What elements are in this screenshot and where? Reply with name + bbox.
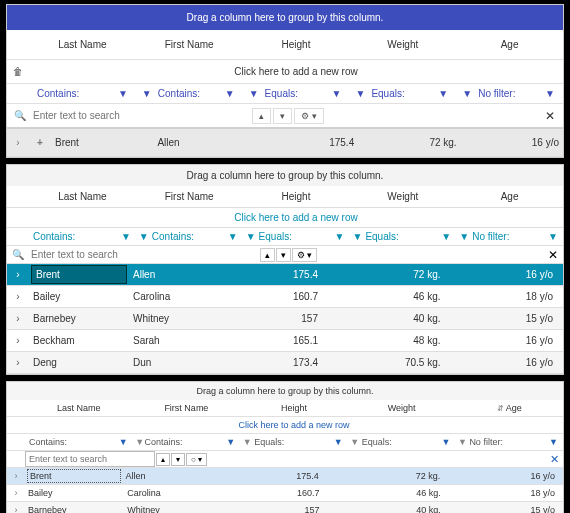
group-panel[interactable]: Drag a column here to group by this colu… (7, 165, 563, 186)
filter-cell-height[interactable]: ▼Equals:▼ (240, 435, 348, 449)
filter-prefix-icon[interactable]: ▼ (353, 88, 367, 99)
table-row[interactable]: ›BarnebeyWhitney15740 kg.15 y/o (7, 502, 563, 513)
filter-cell-last-name[interactable]: Contains:▼ (29, 228, 136, 245)
filter-prefix-icon[interactable]: ▼ (350, 437, 360, 447)
filter-cell-age[interactable]: ▼ No filter: ▼ (456, 84, 563, 103)
col-header-last-name[interactable]: Last Name (29, 32, 136, 57)
filter-cell-weight[interactable]: ▼Equals:▼ (348, 435, 456, 449)
clear-search-button[interactable]: ✕ (539, 109, 561, 123)
filter-cell-last-name[interactable]: Contains:▼ (25, 435, 133, 449)
filter-prefix-icon[interactable]: ▼ (458, 231, 470, 242)
col-header-height[interactable]: Height (243, 186, 350, 207)
filter-cell-height[interactable]: ▼Equals:▼ (243, 228, 350, 245)
filter-dropdown-icon[interactable]: ▼ (331, 437, 346, 447)
filter-prefix-icon[interactable]: ▼ (135, 437, 145, 447)
col-header-age[interactable]: ⇵Age (455, 400, 563, 416)
new-row[interactable]: 🗑 Click here to add a new row (7, 60, 563, 84)
filter-dropdown-icon[interactable]: ▼ (438, 437, 453, 447)
filter-dropdown-icon[interactable]: ▼ (434, 88, 452, 99)
next-button[interactable]: ▾ (171, 453, 185, 466)
col-header-first-name[interactable]: First Name (136, 186, 243, 207)
filter-cell-last-name[interactable]: Contains: ▼ (29, 84, 136, 103)
prev-button[interactable]: ▴ (156, 453, 170, 466)
filter-cell-age[interactable]: ▼No filter:▼ (455, 435, 563, 449)
next-button[interactable]: ▾ (273, 108, 292, 124)
filter-dropdown-icon[interactable]: ▼ (221, 88, 239, 99)
expand-icon[interactable]: › (7, 357, 29, 368)
plus-icon[interactable]: + (29, 137, 51, 148)
expand-icon[interactable]: › (7, 291, 29, 302)
filter-cell-first-name[interactable]: ▼Contains:▼ (133, 435, 241, 449)
table-row[interactable]: ›BrentAllen175.472 kg.16 y/o (7, 468, 563, 485)
filter-dropdown-icon[interactable]: ▼ (327, 88, 345, 99)
filter-prefix-icon[interactable]: ▼ (245, 231, 257, 242)
expand-icon[interactable]: › (7, 335, 29, 346)
filter-prefix-icon[interactable]: ▼ (247, 88, 261, 99)
table-row[interactable]: ›BarnebeyWhitney15740 kg.15 y/o (7, 308, 563, 330)
filter-prefix-icon[interactable]: ▼ (138, 231, 150, 242)
clear-search-button[interactable]: ✕ (543, 248, 563, 262)
col-header-weight[interactable]: Weight (348, 400, 456, 416)
filter-prefix-icon[interactable]: ▼ (457, 437, 467, 447)
table-row[interactable]: ›BaileyCarolina160.746 kg.18 y/o (7, 286, 563, 308)
col-header-height[interactable]: Height (240, 400, 348, 416)
filter-prefix-icon[interactable]: ▼ (460, 88, 474, 99)
next-button[interactable]: ▾ (276, 248, 291, 262)
filter-cell-height[interactable]: ▼ Equals: ▼ (243, 84, 350, 103)
filter-dropdown-icon[interactable]: ▼ (118, 231, 134, 242)
filter-prefix-icon[interactable]: ▼ (242, 437, 252, 447)
filter-prefix-icon[interactable]: ▼ (140, 88, 154, 99)
group-panel[interactable]: Drag a column here to group by this colu… (7, 5, 563, 30)
expand-icon[interactable]: › (7, 488, 25, 498)
group-panel[interactable]: Drag a column here to group by this colu… (7, 382, 563, 400)
clear-search-button[interactable]: ✕ (545, 453, 563, 466)
expand-icon-open[interactable]: › (7, 269, 29, 280)
col-header-weight[interactable]: Weight (349, 32, 456, 57)
expand-icon[interactable]: › (7, 313, 29, 324)
expand-icon[interactable]: › (7, 505, 25, 513)
search-input[interactable] (25, 451, 155, 467)
settings-button[interactable]: ⚙ ▾ (292, 248, 318, 262)
filter-dropdown-icon[interactable]: ▼ (545, 231, 561, 242)
filter-cell-first-name[interactable]: ▼Contains:▼ (136, 228, 243, 245)
col-header-first-name[interactable]: First Name (133, 400, 241, 416)
trash-icon[interactable]: 🗑 (7, 66, 29, 77)
col-header-last-name[interactable]: Last Name (29, 186, 136, 207)
filter-dropdown-icon[interactable]: ▼ (541, 88, 559, 99)
prev-button[interactable]: ▴ (252, 108, 271, 124)
filter-cell-first-name[interactable]: ▼ Contains: ▼ (136, 84, 243, 103)
filter-dropdown-icon[interactable]: ▼ (225, 231, 241, 242)
col-header-height[interactable]: Height (243, 32, 350, 57)
filter-dropdown-icon[interactable]: ▼ (331, 231, 347, 242)
expand-icon[interactable]: › (7, 471, 25, 481)
filter-cell-weight[interactable]: ▼Equals:▼ (349, 228, 456, 245)
filter-dropdown-icon[interactable]: ▼ (438, 231, 454, 242)
col-header-age[interactable]: Age (456, 32, 563, 57)
table-row[interactable]: ›BrentAllen175.472 kg.16 y/o (7, 264, 563, 286)
settings-button[interactable]: ⚙ ▾ (294, 108, 324, 124)
col-header-first-name[interactable]: First Name (136, 32, 243, 57)
col-header-age[interactable]: Age (456, 186, 563, 207)
sort-icon[interactable]: ⇵ (497, 404, 504, 413)
filter-dropdown-icon[interactable]: ▼ (546, 437, 561, 447)
col-header-weight[interactable]: Weight (349, 186, 456, 207)
col-header-last-name[interactable]: Last Name (25, 400, 133, 416)
new-row[interactable]: Click here to add a new row (7, 417, 563, 434)
filter-dropdown-icon[interactable]: ▼ (114, 88, 132, 99)
table-row[interactable]: ›DengDun173.470.5 kg.16 y/o (7, 352, 563, 374)
expand-icon[interactable]: › (7, 137, 29, 148)
prev-button[interactable]: ▴ (260, 248, 275, 262)
filter-cell-age[interactable]: ▼No filter:▼ (456, 228, 563, 245)
filter-prefix-icon[interactable]: ▼ (351, 231, 363, 242)
filter-cell-weight[interactable]: ▼ Equals: ▼ (349, 84, 456, 103)
table-row[interactable]: ›BeckhamSarah165.148 kg.16 y/o (7, 330, 563, 352)
settings-button[interactable]: ○ ▾ (186, 453, 207, 466)
new-row[interactable]: Click here to add a new row (7, 208, 563, 228)
table-row[interactable]: › + Brent Allen 175.4 72 kg. 16 y/o (7, 129, 563, 157)
table-row[interactable]: ›BaileyCarolina160.746 kg.18 y/o (7, 485, 563, 502)
filter-dropdown-icon[interactable]: ▼ (116, 437, 131, 447)
filter-dropdown-icon[interactable]: ▼ (223, 437, 238, 447)
search-input[interactable] (29, 246, 259, 263)
cell-age: 16 y/o (461, 264, 564, 285)
search-input[interactable] (31, 106, 250, 125)
